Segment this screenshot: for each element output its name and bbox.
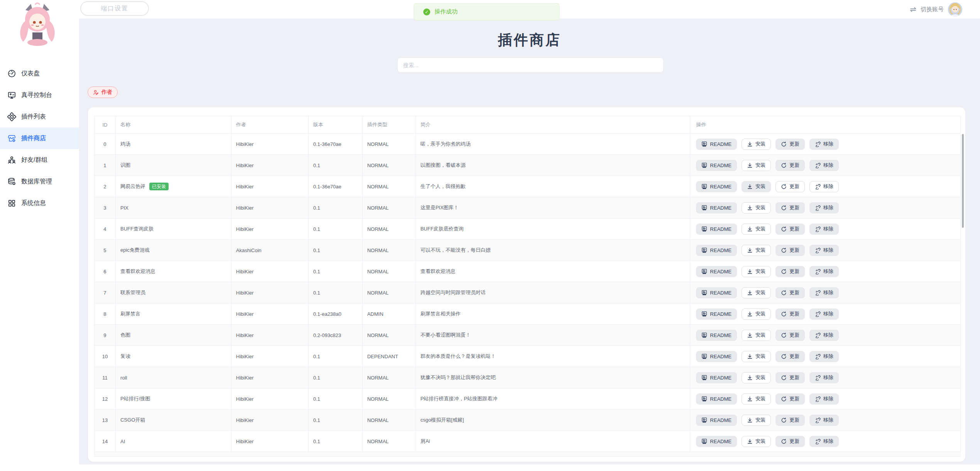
refresh-icon xyxy=(781,354,787,359)
search-input[interactable] xyxy=(397,58,664,73)
cell-type: ADMIN xyxy=(363,303,416,324)
update-button[interactable]: 更新 xyxy=(776,436,805,447)
switch-account-control[interactable]: ⇌ 切换账号 xyxy=(910,0,962,19)
cell-author: HibiKier xyxy=(231,410,309,430)
readme-button[interactable]: README xyxy=(696,266,737,277)
remove-button[interactable]: 移除 xyxy=(809,372,839,383)
install-button[interactable]: 安装 xyxy=(742,308,771,320)
sidebar-item-label: 系统信息 xyxy=(21,199,46,207)
update-button[interactable]: 更新 xyxy=(776,308,805,320)
plugin-name: 复读 xyxy=(120,353,130,360)
install-button[interactable]: 安装 xyxy=(742,436,771,447)
unlink-icon xyxy=(815,163,821,168)
avatar[interactable] xyxy=(948,2,962,17)
install-button[interactable]: 安装 xyxy=(742,372,771,383)
update-button[interactable]: 更新 xyxy=(776,266,805,277)
readme-button[interactable]: README xyxy=(696,160,737,171)
remove-button[interactable]: 移除 xyxy=(809,308,839,320)
remove-button[interactable]: 移除 xyxy=(809,224,839,235)
table-scrollbar[interactable] xyxy=(962,134,964,228)
update-button[interactable]: 更新 xyxy=(776,160,805,171)
update-button[interactable]: 更新 xyxy=(776,181,805,192)
readme-button[interactable]: README xyxy=(696,415,737,426)
refresh-icon xyxy=(781,290,787,296)
update-button[interactable]: 更新 xyxy=(776,245,805,256)
sidebar-item-plugin-list[interactable]: 插件列表 xyxy=(0,106,79,127)
author-filter-label: 作者 xyxy=(101,89,112,96)
remove-button[interactable]: 移除 xyxy=(809,160,839,171)
install-button[interactable]: 安装 xyxy=(742,351,771,362)
cell-name: 刷屏禁言 xyxy=(116,303,231,324)
install-button[interactable]: 安装 xyxy=(742,202,771,213)
remove-button[interactable]: 移除 xyxy=(809,351,839,362)
sidebar-item-system-info[interactable]: 系统信息 xyxy=(0,192,79,214)
readme-button[interactable]: README xyxy=(696,245,737,256)
refresh-icon xyxy=(781,396,787,402)
remove-button[interactable]: 移除 xyxy=(809,287,839,298)
update-button[interactable]: 更新 xyxy=(776,287,805,298)
readme-button[interactable]: README xyxy=(696,351,737,362)
readme-button[interactable]: README xyxy=(696,181,737,192)
unlink-icon xyxy=(815,439,821,444)
remove-button[interactable]: 移除 xyxy=(809,245,839,256)
plugin-name: 查看群欢迎消息 xyxy=(120,268,155,275)
install-button[interactable]: 安装 xyxy=(742,160,771,171)
table-row: 8 刷屏禁言 HibiKier 0.1-ea238a0 ADMIN 刷屏禁言相关… xyxy=(95,303,961,325)
install-button[interactable]: 安装 xyxy=(742,415,771,426)
update-button[interactable]: 更新 xyxy=(776,351,805,362)
readme-icon xyxy=(701,269,707,274)
install-button[interactable]: 安装 xyxy=(742,245,771,256)
readme-button[interactable]: README xyxy=(696,139,737,150)
install-button[interactable]: 安装 xyxy=(742,287,771,298)
update-button[interactable]: 更新 xyxy=(776,330,805,341)
table-row: 3 PIX HibiKier 0.1 NORMAL 这里是PIX图库！ READ… xyxy=(95,197,961,219)
update-button[interactable]: 更新 xyxy=(776,415,805,426)
readme-button[interactable]: README xyxy=(696,202,737,213)
sidebar-item-console[interactable]: 真寻控制台 xyxy=(0,84,79,106)
install-button[interactable]: 安装 xyxy=(742,266,771,277)
update-button[interactable]: 更新 xyxy=(776,139,805,150)
cell-name: 复读 xyxy=(116,346,231,367)
cell-name: 色图 xyxy=(116,325,231,346)
remove-button[interactable]: 移除 xyxy=(809,415,839,426)
install-button[interactable]: 安装 xyxy=(742,139,771,150)
readme-icon xyxy=(701,354,707,359)
readme-button[interactable]: README xyxy=(696,308,737,320)
install-button[interactable]: 安装 xyxy=(742,330,771,341)
readme-button[interactable]: README xyxy=(696,224,737,235)
remove-button[interactable]: 移除 xyxy=(809,181,839,192)
friends-groups-icon xyxy=(7,156,16,164)
cell-type: NORMAL xyxy=(363,367,416,388)
remove-button[interactable]: 移除 xyxy=(809,266,839,277)
cell-desc: 查看群欢迎消息 xyxy=(416,261,691,282)
update-button[interactable]: 更新 xyxy=(776,202,805,213)
cell-type: NORMAL xyxy=(363,197,416,218)
readme-button[interactable]: README xyxy=(696,436,737,447)
install-button[interactable]: 安装 xyxy=(742,393,771,405)
readme-button[interactable]: README xyxy=(696,372,737,383)
update-button[interactable]: 更新 xyxy=(776,224,805,235)
sidebar-item-plugin-store[interactable]: 插件商店 xyxy=(0,127,79,149)
remove-button[interactable]: 移除 xyxy=(809,202,839,213)
cell-type: NORMAL xyxy=(363,219,416,239)
port-settings-button[interactable]: 端口设置 xyxy=(80,1,149,16)
cell-type: NORMAL xyxy=(363,261,416,282)
readme-button[interactable]: README xyxy=(696,393,737,405)
page-title: 插件商店 xyxy=(79,30,980,50)
cell-id: 3 xyxy=(95,197,116,218)
sidebar-item-database[interactable]: 数据库管理 xyxy=(0,171,79,192)
install-button[interactable]: 安装 xyxy=(742,181,771,192)
console-icon xyxy=(7,91,16,100)
remove-button[interactable]: 移除 xyxy=(809,436,839,447)
remove-button[interactable]: 移除 xyxy=(809,330,839,341)
author-filter-button[interactable]: 作者 xyxy=(88,86,118,98)
install-button[interactable]: 安装 xyxy=(742,224,771,235)
update-button[interactable]: 更新 xyxy=(776,372,805,383)
update-button[interactable]: 更新 xyxy=(776,393,805,405)
remove-button[interactable]: 移除 xyxy=(809,393,839,405)
remove-button[interactable]: 移除 xyxy=(809,139,839,150)
sidebar-item-dashboard[interactable]: 仪表盘 xyxy=(0,63,79,84)
readme-button[interactable]: README xyxy=(696,330,737,341)
readme-button[interactable]: README xyxy=(696,287,737,298)
sidebar-item-friends-groups[interactable]: 好友/群组 xyxy=(0,149,79,171)
